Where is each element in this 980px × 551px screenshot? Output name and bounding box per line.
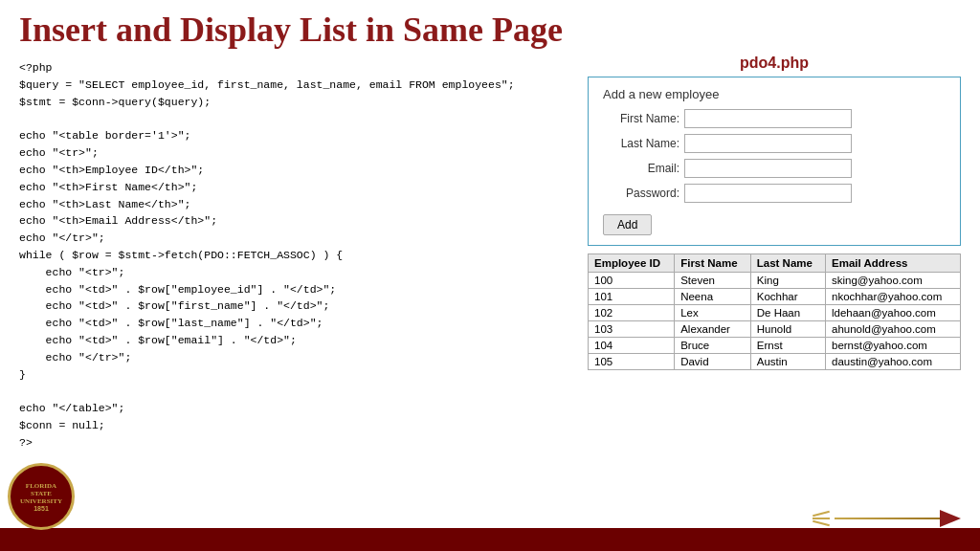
table-cell: Lex [675, 305, 751, 321]
first-name-row: First Name: [603, 109, 946, 128]
table-cell: Ernst [750, 338, 825, 354]
right-panel: pdo4.php Add a new employee First Name: … [588, 55, 961, 452]
code-line: echo "<td>" . $row["employee_id"] . "</t… [19, 281, 578, 298]
table-cell: ldehaan@yahoo.com [825, 305, 960, 321]
code-line: ?> [19, 434, 578, 452]
code-line [19, 383, 578, 400]
code-line: echo "</tr>"; [19, 349, 578, 366]
code-line: echo "<th>Employee ID</th>"; [19, 162, 578, 179]
table-cell: Steven [675, 273, 751, 289]
code-line [19, 110, 578, 127]
table-cell: King [750, 273, 825, 289]
code-line: <?php [19, 59, 578, 77]
table-row: 102LexDe Haanldehaan@yahoo.com [589, 305, 961, 321]
table-cell: Alexander [675, 321, 751, 338]
code-line: echo "<table border='1'>"; [19, 127, 578, 144]
table-cell: 100 [589, 273, 675, 289]
last-name-input[interactable] [684, 134, 852, 153]
code-line: } [19, 366, 578, 384]
first-name-input[interactable] [684, 109, 852, 128]
table-cell: David [675, 354, 751, 370]
code-line: $conn = null; [19, 417, 578, 434]
form-title: Add a new employee [603, 87, 946, 101]
fsu-logo: FLORIDASTATEUNIVERSITY 1851 [8, 463, 75, 530]
code-line: echo "</tr>"; [19, 230, 578, 247]
code-panel: <?php$query = "SELECT employee_id, first… [19, 55, 588, 452]
table-cell: 102 [589, 305, 675, 321]
file-label: pdo4.php [588, 55, 961, 72]
code-line: while ( $row = $stmt->fetch(PDO::FETCH_A… [19, 247, 578, 264]
last-name-row: Last Name: [603, 134, 946, 153]
password-label: Password: [603, 187, 679, 200]
table-cell: nkochhar@yahoo.com [825, 289, 960, 305]
first-name-label: First Name: [603, 112, 679, 125]
col-first-name: First Name [675, 254, 751, 273]
code-line: echo "<td>" . $row["first_name"] . "</td… [19, 298, 578, 315]
password-input[interactable] [684, 184, 852, 203]
table-row: 103AlexanderHunoldahunold@yahoo.com [589, 321, 961, 338]
spear-decoration [813, 510, 961, 527]
table-row: 101NeenaKochharnkochhar@yahoo.com [589, 289, 961, 305]
table-cell: sking@yahoo.com [825, 273, 960, 289]
table-cell: Kochhar [750, 289, 825, 305]
table-cell: 103 [589, 321, 675, 338]
code-line: echo "<tr>"; [19, 264, 578, 281]
col-last-name: Last Name [750, 254, 825, 273]
table-cell: ahunold@yahoo.com [825, 321, 960, 338]
last-name-label: Last Name: [603, 137, 679, 150]
code-line: echo "<td>" . $row["last_name"] . "</td>… [19, 315, 578, 332]
table-cell: De Haan [750, 305, 825, 321]
table-cell: Bruce [675, 338, 751, 354]
table-row: 100StevenKingsking@yahoo.com [589, 273, 961, 289]
table-cell: Neena [675, 289, 751, 305]
code-line: echo "</table>"; [19, 400, 578, 417]
email-row: Email: [603, 159, 946, 178]
table-cell: 105 [589, 354, 675, 370]
table-cell: Austin [750, 354, 825, 370]
table-header-row: Employee ID First Name Last Name Email A… [589, 254, 961, 273]
col-email: Email Address [825, 254, 960, 273]
code-line: echo "<th>Email Address</th>"; [19, 212, 578, 230]
email-input[interactable] [684, 159, 852, 178]
add-button[interactable]: Add [603, 214, 652, 235]
table-row: 104BruceErnstbernst@yahoo.com [589, 338, 961, 354]
table-cell: 101 [589, 289, 675, 305]
table-cell: Hunold [750, 321, 825, 338]
form-box: Add a new employee First Name: Last Name… [588, 77, 961, 246]
table-cell: bernst@yahoo.com [825, 338, 960, 354]
code-line: echo "<tr>"; [19, 144, 578, 162]
page-title: Insert and Display List in Same Page [0, 0, 980, 50]
table-cell: 104 [589, 338, 675, 354]
table-row: 105DavidAustindaustin@yahoo.com [589, 354, 961, 370]
code-line: echo "<th>Last Name</th>"; [19, 196, 578, 213]
col-employee-id: Employee ID [589, 254, 675, 273]
code-line: echo "<td>" . $row["email"] . "</td>"; [19, 332, 578, 349]
employee-table: Employee ID First Name Last Name Email A… [588, 253, 961, 370]
code-line: $stmt = $conn->query($query); [19, 94, 578, 111]
table-cell: daustin@yahoo.com [825, 354, 960, 370]
bottom-bar [0, 530, 980, 551]
fsu-name: FLORIDASTATEUNIVERSITY [20, 482, 62, 505]
fsu-year: 1851 [33, 505, 49, 512]
code-line: $query = "SELECT employee_id, first_name… [19, 77, 578, 94]
password-row: Password: [603, 184, 946, 203]
code-line: echo "<th>First Name</th>"; [19, 179, 578, 196]
table-body: 100StevenKingsking@yahoo.com101NeenaKoch… [589, 273, 961, 370]
email-label: Email: [603, 162, 679, 175]
